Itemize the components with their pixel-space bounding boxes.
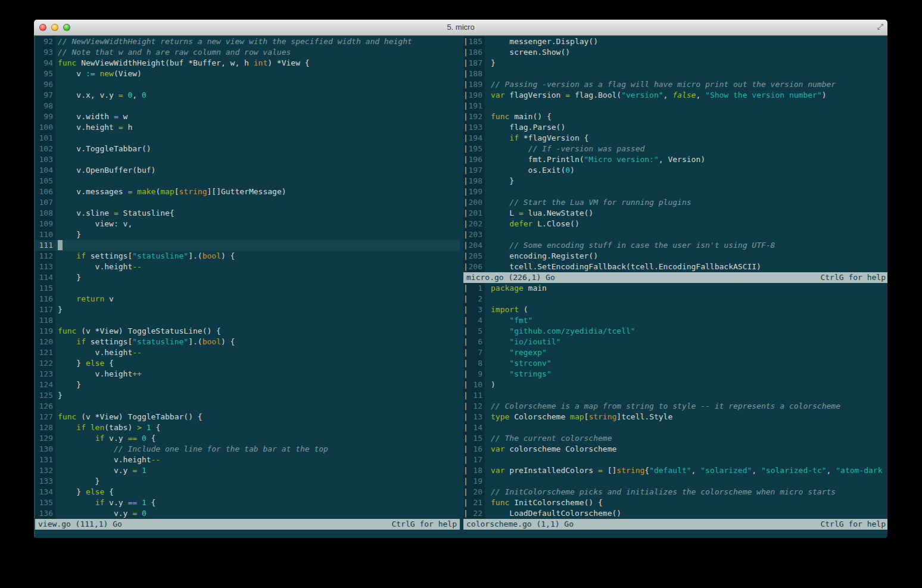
code-line[interactable]: |20// InitColorscheme picks and initiali… bbox=[463, 487, 887, 497]
code-pane-view-go[interactable]: 92// NewViewWidthHeight returns a new vi… bbox=[35, 36, 460, 519]
code-line[interactable]: 134 } else { bbox=[35, 487, 460, 497]
code-line[interactable]: |185 messenger.Display() bbox=[463, 36, 887, 47]
code-line[interactable]: 108 v.sline = Statusline{ bbox=[35, 208, 460, 219]
code-line[interactable]: |186 screen.Show() bbox=[463, 47, 887, 58]
code-line[interactable]: 100 v.height = h bbox=[35, 122, 460, 133]
code-line[interactable]: 136 v.y = 0 bbox=[35, 508, 460, 519]
code-line[interactable]: 131 v.height-- bbox=[35, 455, 460, 465]
code-line[interactable]: 102 v.ToggleTabbar() bbox=[35, 144, 460, 154]
code-line[interactable]: 94func NewViewWidthHeight(buf *Buffer, w… bbox=[35, 58, 460, 69]
code-line[interactable]: 126 bbox=[35, 401, 460, 412]
code-line[interactable]: |188 bbox=[463, 69, 887, 79]
code-line[interactable]: |201 L = lua.NewState() bbox=[463, 208, 887, 219]
code-line[interactable]: |11 bbox=[463, 390, 887, 401]
code-line[interactable]: |200 // Start the Lua VM for running plu… bbox=[463, 197, 887, 208]
code-line[interactable]: |17 bbox=[463, 455, 887, 465]
code-line[interactable]: 109 view: v, bbox=[35, 219, 460, 229]
code-line[interactable]: 97 v.x, v.y = 0, 0 bbox=[35, 90, 460, 101]
code-line[interactable]: 106 v.messages = make(map[string][]Gutte… bbox=[35, 186, 460, 197]
code-line[interactable]: |7 "regexp" bbox=[463, 347, 887, 358]
code-line[interactable]: |4 "fmt" bbox=[463, 315, 887, 326]
code-line[interactable]: 110 } bbox=[35, 229, 460, 240]
code-line[interactable]: 116 return v bbox=[35, 294, 460, 304]
code-token: // InitColorscheme picks and initializes… bbox=[491, 487, 836, 496]
code-line[interactable]: 107 bbox=[35, 197, 460, 208]
code-pane-colorscheme-go[interactable]: |1package main|2|3import (|4 "fmt"|5 "gi… bbox=[463, 283, 887, 519]
code-line[interactable]: 133 } bbox=[35, 476, 460, 487]
code-line[interactable]: 99 v.width = w bbox=[35, 111, 460, 122]
code-line[interactable]: |192func main() { bbox=[463, 111, 887, 122]
code-line[interactable]: 114 } bbox=[35, 272, 460, 283]
code-line[interactable]: 127func (v *View) ToggleTabbar() { bbox=[35, 412, 460, 422]
code-line[interactable]: 129 if v.y == 0 { bbox=[35, 433, 460, 444]
code-token bbox=[491, 316, 509, 325]
code-line[interactable]: 120 if settings["statusline"].(bool) { bbox=[35, 337, 460, 347]
code-line[interactable]: |193 flag.Parse() bbox=[463, 122, 887, 133]
code-line[interactable]: 123 v.height++ bbox=[35, 369, 460, 379]
code-token: v.y bbox=[104, 498, 127, 507]
code-line[interactable]: 111 bbox=[35, 240, 460, 251]
code-line[interactable]: |202 defer L.Close() bbox=[463, 219, 887, 229]
code-line[interactable]: 130 // Include one line for the tab bar … bbox=[35, 444, 460, 455]
code-line[interactable]: 93// Note that w and h are raw column an… bbox=[35, 47, 460, 58]
code-line[interactable]: 117} bbox=[35, 304, 460, 315]
code-line[interactable]: |6 "io/ioutil" bbox=[463, 337, 887, 347]
code-token: func bbox=[58, 326, 76, 335]
code-line[interactable]: 128 if len(tabs) > 1 { bbox=[35, 422, 460, 433]
code-line[interactable]: |197 os.Exit(0) bbox=[463, 165, 887, 176]
code-line[interactable]: |3import ( bbox=[463, 304, 887, 315]
code-line[interactable]: |19 bbox=[463, 476, 887, 487]
code-line[interactable]: 101 bbox=[35, 133, 460, 144]
code-line[interactable]: |203 bbox=[463, 229, 887, 240]
code-line[interactable]: 132 v.y = 1 bbox=[35, 465, 460, 476]
code-line[interactable]: |16var colorscheme Colorscheme bbox=[463, 444, 887, 455]
code-line[interactable]: |21func InitColorscheme() { bbox=[463, 497, 887, 508]
code-line[interactable]: 113 v.height-- bbox=[35, 262, 460, 272]
code-line[interactable]: |198 } bbox=[463, 176, 887, 186]
code-line[interactable]: 124 } bbox=[35, 379, 460, 390]
code-line[interactable]: |22 LoadDefaultColorscheme() bbox=[463, 508, 887, 519]
code-line[interactable]: 125} bbox=[35, 390, 460, 401]
code-line[interactable]: 115 bbox=[35, 283, 460, 294]
code-line[interactable]: 105 bbox=[35, 176, 460, 186]
code-line[interactable]: 121 v.height-- bbox=[35, 347, 460, 358]
code-line[interactable]: |1package main bbox=[463, 283, 887, 294]
code-line[interactable]: |196 fmt.Println("Micro version:", Versi… bbox=[463, 154, 887, 165]
code-line[interactable]: |8 "strconv" bbox=[463, 358, 887, 369]
code-line[interactable]: 103 bbox=[35, 154, 460, 165]
code-line[interactable]: 119func (v *View) ToggleStatusLine() { bbox=[35, 326, 460, 337]
code-line[interactable]: |190var flagVersion = flag.Bool("version… bbox=[463, 90, 887, 101]
code-line[interactable]: |12// Colorscheme is a map from string t… bbox=[463, 401, 887, 412]
code-line[interactable]: |187} bbox=[463, 58, 887, 69]
code-line[interactable]: |5 "github.com/zyedidia/tcell" bbox=[463, 326, 887, 337]
code-line[interactable]: 118 bbox=[35, 315, 460, 326]
code-line[interactable]: |9 "strings" bbox=[463, 369, 887, 379]
code-line[interactable]: |14 bbox=[463, 422, 887, 433]
code-line[interactable]: |15// The current colorscheme bbox=[463, 433, 887, 444]
code-pane-micro-go[interactable]: |185 messenger.Display()|186 screen.Show… bbox=[463, 36, 887, 272]
code-line[interactable]: |2 bbox=[463, 294, 887, 304]
code-line[interactable]: |10) bbox=[463, 379, 887, 390]
code-line[interactable]: |13type Colorscheme map[string]tcell.Sty… bbox=[463, 412, 887, 422]
code-line[interactable]: 112 if settings["statusline"].(bool) { bbox=[35, 251, 460, 262]
code-line[interactable]: 96 bbox=[35, 79, 460, 90]
code-line[interactable]: 135 if v.y == 1 { bbox=[35, 497, 460, 508]
code-line[interactable]: |206 tcell.SetEncodingFallback(tcell.Enc… bbox=[463, 262, 887, 272]
window-titlebar[interactable]: 5. micro ⤢ bbox=[34, 20, 887, 36]
code-line[interactable]: 95 v := new(View) bbox=[35, 69, 460, 79]
code-line[interactable]: |195 // If -version was passed bbox=[463, 144, 887, 154]
code-line[interactable]: |18var preInstalledColors = []string{"de… bbox=[463, 465, 887, 476]
resize-icon[interactable]: ⤢ bbox=[877, 22, 883, 32]
code-token: -- bbox=[151, 455, 161, 464]
code-line[interactable]: |199 bbox=[463, 186, 887, 197]
code-line[interactable]: 92// NewViewWidthHeight returns a new vi… bbox=[35, 36, 460, 47]
code-line[interactable]: 122 } else { bbox=[35, 358, 460, 369]
code-line[interactable]: |189// Passing -version as a flag will h… bbox=[463, 79, 887, 90]
code-line[interactable]: |194 if *flagVersion { bbox=[463, 133, 887, 144]
code-line[interactable]: |204 // Some encoding stuff in case the … bbox=[463, 240, 887, 251]
code-line[interactable]: |205 encoding.Register() bbox=[463, 251, 887, 262]
code-line[interactable]: 104 v.OpenBuffer(buf) bbox=[35, 165, 460, 176]
code-line[interactable]: 98 bbox=[35, 101, 460, 111]
code-line[interactable]: |191 bbox=[463, 101, 887, 111]
statusbar-colorscheme-go: colorscheme.go (1,1) Go CtrlG for help bbox=[463, 519, 887, 530]
